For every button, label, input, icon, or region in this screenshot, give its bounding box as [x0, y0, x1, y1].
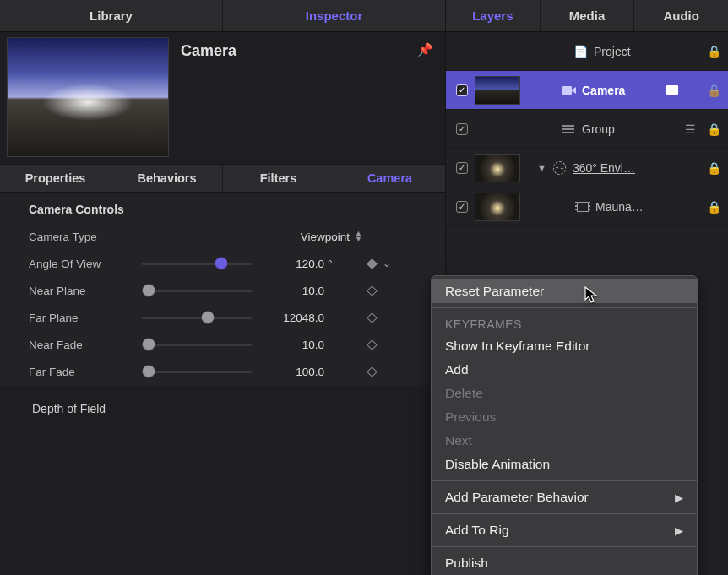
slider-ff[interactable]	[142, 365, 252, 378]
layer-thumbnail	[475, 193, 520, 221]
section-camera-controls: Camera Controls	[0, 193, 445, 223]
ctx-publish[interactable]: Publish	[432, 551, 697, 575]
label-near: Near Plane	[29, 285, 142, 297]
film-icon	[576, 202, 589, 212]
param-far-fade: Far Fade 100.0	[0, 358, 445, 385]
top-tabs: Library Inspector	[0, 0, 445, 32]
layer-label: Camera	[582, 84, 660, 97]
inspector-tabs: Properties Behaviors Filters Camera	[0, 164, 445, 193]
param-near-plane: Near Plane 10.0	[0, 277, 445, 304]
param-camera-type: Camera Type Viewpoint ▲▼	[0, 223, 445, 250]
tab-library[interactable]: Library	[0, 0, 223, 31]
label-ff: Far Fade	[29, 366, 142, 378]
keyframe-icon[interactable]	[367, 285, 378, 296]
param-angle-of-view: Angle Of View 120.0 ° ⌄	[0, 250, 445, 277]
separator	[432, 546, 697, 547]
inspector-panel: Library Inspector Camera 📌 Properties Be…	[0, 0, 445, 575]
project-icon: 📄	[574, 45, 587, 58]
tab-layers[interactable]: Layers	[446, 0, 541, 31]
value-nf[interactable]: 10.0	[260, 339, 324, 351]
unit-aov: °	[328, 258, 340, 270]
label-nf: Near Fade	[29, 339, 142, 351]
lock-icon[interactable]: 🔒	[707, 45, 721, 58]
label-camera-type: Camera Type	[29, 231, 142, 243]
label-aov: Angle Of View	[29, 258, 142, 270]
stack-icon[interactable]: ☰	[684, 122, 697, 136]
ctx-delete-keyframe: Delete	[432, 382, 697, 405]
lock-icon[interactable]: 🔒	[707, 200, 721, 214]
ctx-add-parameter-behavior[interactable]: Add Parameter Behavior▶	[432, 485, 697, 509]
ctx-reset-parameter[interactable]: Reset Parameter	[432, 279, 697, 303]
value-camera-type[interactable]: Viewpoint	[301, 231, 350, 243]
keyframe-icon[interactable]	[367, 339, 378, 350]
camera-badge-icon	[666, 85, 678, 95]
updown-icon[interactable]: ▲▼	[355, 231, 362, 242]
ctx-show-keyframe-editor[interactable]: Show In Keyframe Editor	[432, 334, 697, 358]
keyframe-icon[interactable]	[367, 366, 378, 377]
submenu-icon: ▶	[675, 524, 683, 537]
ctx-add-to-rig[interactable]: Add To Rig▶	[432, 518, 697, 542]
preview-title: Camera	[181, 42, 417, 60]
camera-icon	[562, 86, 575, 95]
lock-icon[interactable]: 🔒	[707, 84, 721, 97]
layer-thumbnail	[475, 76, 520, 105]
layer-label: 360° Envi…	[573, 161, 697, 175]
preview-row: Camera 📌	[0, 32, 445, 164]
lock-icon[interactable]: 🔒	[707, 161, 721, 175]
value-far[interactable]: 12048.0	[260, 312, 324, 324]
visibility-checkbox[interactable]: ✓	[456, 201, 468, 213]
layer-label: Group	[582, 122, 677, 136]
separator	[432, 513, 697, 514]
ctx-disable-animation[interactable]: Disable Animation	[432, 453, 697, 476]
keyframe-icon[interactable]	[367, 312, 378, 323]
visibility-checkbox[interactable]: ✓	[456, 123, 468, 135]
tab-filters[interactable]: Filters	[223, 165, 334, 192]
param-near-fade: Near Fade 10.0	[0, 331, 445, 358]
ctx-previous-keyframe: Previous	[432, 405, 697, 429]
sphere-360-icon	[553, 161, 566, 175]
layer-label: Project	[594, 45, 697, 58]
keyframe-icon[interactable]	[367, 258, 378, 269]
preview-thumbnail[interactable]	[7, 37, 169, 157]
ctx-next-keyframe: Next	[432, 429, 697, 453]
layer-mauna[interactable]: ✓ Mauna… 🔒	[446, 187, 728, 226]
slider-nf[interactable]	[142, 338, 252, 351]
group-icon	[562, 125, 575, 133]
layer-360-environment[interactable]: ✓ ▼ 360° Envi… 🔒	[446, 149, 728, 187]
tab-behaviors[interactable]: Behaviors	[111, 165, 223, 192]
layer-project[interactable]: 📄 Project 🔒	[446, 32, 728, 71]
pin-icon[interactable]: 📌	[417, 42, 433, 57]
value-ff[interactable]: 100.0	[260, 366, 324, 378]
visibility-checkbox[interactable]: ✓	[456, 84, 468, 96]
submenu-icon: ▶	[675, 491, 683, 504]
tab-properties[interactable]: Properties	[0, 165, 111, 192]
context-menu: Reset Parameter KEYFRAMES Show In Keyfra…	[431, 275, 698, 575]
tab-inspector[interactable]: Inspector	[223, 0, 445, 31]
layer-thumbnail	[475, 154, 520, 182]
tab-media[interactable]: Media	[541, 0, 635, 31]
separator	[432, 480, 697, 481]
param-depth-of-field: Depth of Field	[0, 385, 445, 415]
keyframe-menu-icon[interactable]: ⌄	[383, 258, 391, 269]
slider-far[interactable]	[142, 311, 252, 324]
ctx-add-keyframe[interactable]: Add	[432, 358, 697, 382]
tab-audio[interactable]: Audio	[634, 0, 728, 31]
visibility-checkbox[interactable]: ✓	[456, 162, 468, 174]
layer-label: Mauna…	[595, 200, 697, 214]
ctx-keyframes-header: KEYFRAMES	[432, 312, 697, 334]
lock-icon[interactable]: 🔒	[707, 122, 721, 136]
value-near[interactable]: 10.0	[260, 285, 324, 297]
value-aov[interactable]: 120.0	[260, 258, 324, 270]
layer-camera[interactable]: ✓ Camera 🔒	[446, 71, 728, 110]
separator	[432, 307, 697, 308]
tab-camera[interactable]: Camera	[334, 165, 445, 192]
slider-aov[interactable]	[142, 257, 252, 270]
right-tabs: Layers Media Audio	[446, 0, 728, 32]
layer-group[interactable]: ✓ Group ☰ 🔒	[446, 110, 728, 149]
param-far-plane: Far Plane 12048.0	[0, 304, 445, 331]
slider-near[interactable]	[142, 284, 252, 297]
label-far: Far Plane	[29, 312, 142, 324]
disclosure-icon[interactable]: ▼	[537, 163, 546, 173]
